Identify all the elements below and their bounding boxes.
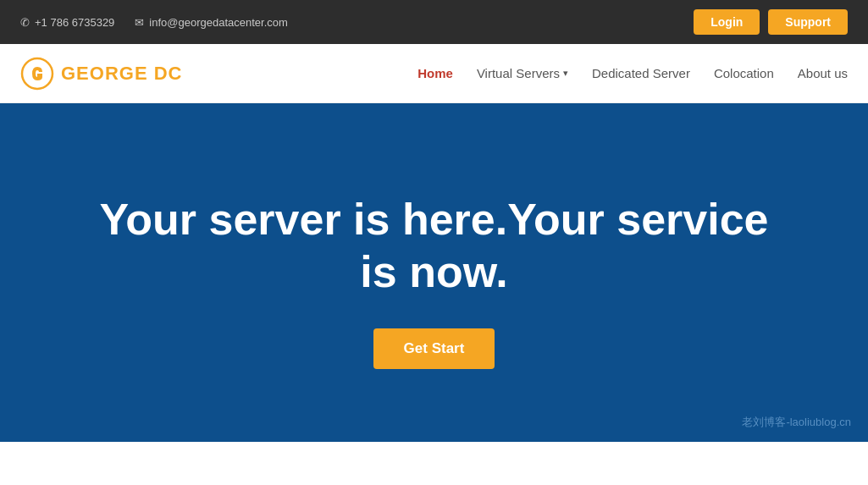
phone-icon [20, 16, 30, 29]
nav-bar: GEORGE DC Home Virtual Servers ▾ Dedicat… [0, 44, 868, 103]
nav-item-virtual-servers[interactable]: Virtual Servers ▾ [477, 66, 568, 80]
top-bar-left: +1 786 6735329 info@georgedatacenter.com [20, 16, 288, 29]
logo-main-text: GEORGE [61, 63, 148, 84]
watermark: 老刘博客-laoliublog.cn [742, 415, 851, 430]
email-address: info@georgedatacenter.com [149, 16, 288, 29]
support-button[interactable]: Support [768, 9, 848, 35]
nav-item-about-us[interactable]: About us [798, 66, 848, 81]
chevron-down-icon: ▾ [563, 68, 568, 79]
logo[interactable]: GEORGE DC [20, 57, 182, 91]
nav-link-dedicated-server[interactable]: Dedicated Server [592, 66, 690, 80]
login-button[interactable]: Login [694, 9, 760, 35]
email-icon [135, 16, 144, 29]
nav-link-colocation[interactable]: Colocation [714, 66, 774, 80]
nav-links: Home Virtual Servers ▾ Dedicated Server … [417, 66, 848, 81]
nav-item-home[interactable]: Home [417, 66, 453, 81]
nav-link-about-us[interactable]: About us [798, 66, 848, 80]
logo-text: GEORGE DC [61, 63, 182, 85]
email-contact: info@georgedatacenter.com [135, 16, 288, 29]
nav-item-colocation[interactable]: Colocation [714, 66, 774, 81]
phone-number: +1 786 6735329 [35, 16, 114, 29]
nav-item-dedicated-server[interactable]: Dedicated Server [592, 66, 690, 81]
get-start-button[interactable]: Get Start [373, 328, 495, 369]
logo-icon [20, 57, 54, 91]
nav-link-virtual-servers[interactable]: Virtual Servers ▾ [477, 66, 568, 80]
hero-title: Your server is here.Your service is now. [96, 193, 773, 299]
logo-accent-text: DC [148, 63, 183, 84]
nav-link-home[interactable]: Home [417, 66, 453, 80]
top-bar: +1 786 6735329 info@georgedatacenter.com… [0, 0, 868, 44]
top-bar-right: Login Support [694, 9, 848, 35]
phone-contact: +1 786 6735329 [20, 16, 114, 29]
hero-section: Your server is here.Your service is now.… [0, 103, 868, 442]
